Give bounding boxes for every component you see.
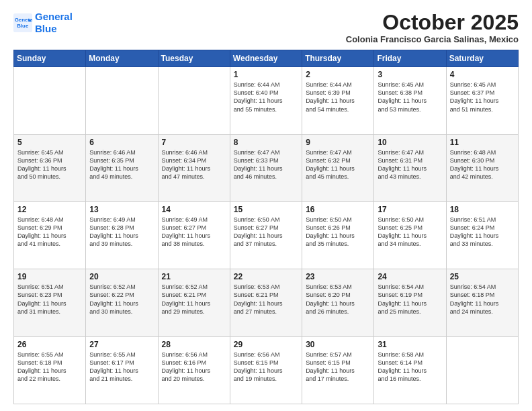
table-row: 19Sunrise: 6:51 AM Sunset: 6:23 PM Dayli… [14,269,86,336]
calendar-table: Sunday Monday Tuesday Wednesday Thursday… [13,50,519,404]
calendar-week-row: 26Sunrise: 6:55 AM Sunset: 6:18 PM Dayli… [14,336,519,404]
day-info: Sunrise: 6:54 AM Sunset: 6:18 PM Dayligh… [450,283,515,316]
day-number: 15 [234,205,298,214]
table-row: 29Sunrise: 6:56 AM Sunset: 6:15 PM Dayli… [230,336,302,404]
day-number: 7 [162,138,226,147]
col-thursday: Thursday [302,50,374,67]
table-row: 20Sunrise: 6:52 AM Sunset: 6:22 PM Dayli… [86,269,158,336]
table-row: 3Sunrise: 6:45 AM Sunset: 6:38 PM Daylig… [374,67,446,134]
day-number: 23 [306,272,370,281]
table-row: 15Sunrise: 6:50 AM Sunset: 6:27 PM Dayli… [230,201,302,269]
day-info: Sunrise: 6:54 AM Sunset: 6:19 PM Dayligh… [378,283,442,316]
calendar-header-row: Sunday Monday Tuesday Wednesday Thursday… [14,50,519,67]
logo-icon: General Blue [13,13,32,32]
table-row: 28Sunrise: 6:56 AM Sunset: 6:16 PM Dayli… [158,336,230,404]
day-number: 1 [234,70,298,79]
day-number: 29 [234,340,298,349]
table-row: 24Sunrise: 6:54 AM Sunset: 6:19 PM Dayli… [374,269,446,336]
table-row: 25Sunrise: 6:54 AM Sunset: 6:18 PM Dayli… [446,269,518,336]
day-info: Sunrise: 6:46 AM Sunset: 6:35 PM Dayligh… [89,148,154,181]
table-row: 27Sunrise: 6:55 AM Sunset: 6:17 PM Dayli… [86,336,158,404]
table-row: 10Sunrise: 6:47 AM Sunset: 6:31 PM Dayli… [374,134,446,201]
day-info: Sunrise: 6:51 AM Sunset: 6:24 PM Dayligh… [450,216,515,248]
day-info: Sunrise: 6:47 AM Sunset: 6:31 PM Dayligh… [378,148,442,181]
day-number: 16 [306,205,370,214]
day-info: Sunrise: 6:53 AM Sunset: 6:21 PM Dayligh… [234,283,298,316]
day-number: 9 [306,138,370,147]
table-row: 30Sunrise: 6:57 AM Sunset: 6:15 PM Dayli… [302,336,374,404]
day-number: 2 [306,70,370,79]
day-number: 10 [378,138,442,147]
calendar-week-row: 1Sunrise: 6:44 AM Sunset: 6:40 PM Daylig… [14,67,519,134]
day-info: Sunrise: 6:51 AM Sunset: 6:23 PM Dayligh… [17,283,82,316]
table-row: 12Sunrise: 6:48 AM Sunset: 6:29 PM Dayli… [14,201,86,269]
day-info: Sunrise: 6:46 AM Sunset: 6:34 PM Dayligh… [162,148,226,181]
day-info: Sunrise: 6:58 AM Sunset: 6:14 PM Dayligh… [378,351,442,383]
col-sunday: Sunday [14,50,86,67]
day-info: Sunrise: 6:50 AM Sunset: 6:26 PM Dayligh… [306,216,370,248]
table-row: 31Sunrise: 6:58 AM Sunset: 6:14 PM Dayli… [374,336,446,404]
day-number: 20 [89,272,154,281]
day-number: 28 [162,340,226,349]
day-info: Sunrise: 6:48 AM Sunset: 6:29 PM Dayligh… [17,216,82,248]
table-row: 6Sunrise: 6:46 AM Sunset: 6:35 PM Daylig… [86,134,158,201]
day-number: 26 [17,340,82,349]
table-row: 11Sunrise: 6:48 AM Sunset: 6:30 PM Dayli… [446,134,518,201]
calendar-week-row: 5Sunrise: 6:45 AM Sunset: 6:36 PM Daylig… [14,134,519,201]
table-row [86,67,158,134]
day-info: Sunrise: 6:49 AM Sunset: 6:28 PM Dayligh… [89,216,154,248]
day-info: Sunrise: 6:49 AM Sunset: 6:27 PM Dayligh… [162,216,226,248]
table-row: 14Sunrise: 6:49 AM Sunset: 6:27 PM Dayli… [158,201,230,269]
col-friday: Friday [374,50,446,67]
day-number: 5 [17,138,82,147]
day-info: Sunrise: 6:47 AM Sunset: 6:33 PM Dayligh… [234,148,298,181]
table-row: 18Sunrise: 6:51 AM Sunset: 6:24 PM Dayli… [446,201,518,269]
header: General Blue General Blue October 2025 C… [13,11,519,44]
col-tuesday: Tuesday [158,50,230,67]
logo-line2: Blue [35,23,57,34]
day-number: 8 [234,138,298,147]
table-row: 8Sunrise: 6:47 AM Sunset: 6:33 PM Daylig… [230,134,302,201]
logo: General Blue General Blue [13,11,73,35]
day-info: Sunrise: 6:55 AM Sunset: 6:17 PM Dayligh… [89,351,154,383]
day-info: Sunrise: 6:50 AM Sunset: 6:27 PM Dayligh… [234,216,298,248]
page: General Blue General Blue October 2025 C… [0,0,532,411]
day-number: 6 [89,138,154,147]
logo-line1: General [35,11,73,22]
day-number: 17 [378,205,442,214]
table-row: 22Sunrise: 6:53 AM Sunset: 6:21 PM Dayli… [230,269,302,336]
day-info: Sunrise: 6:44 AM Sunset: 6:39 PM Dayligh… [306,81,370,113]
day-number: 21 [162,272,226,281]
month-title: October 2025 [346,11,519,34]
table-row: 5Sunrise: 6:45 AM Sunset: 6:36 PM Daylig… [14,134,86,201]
day-info: Sunrise: 6:50 AM Sunset: 6:25 PM Dayligh… [378,216,442,248]
calendar-week-row: 12Sunrise: 6:48 AM Sunset: 6:29 PM Dayli… [14,201,519,269]
day-info: Sunrise: 6:55 AM Sunset: 6:18 PM Dayligh… [17,351,82,383]
day-info: Sunrise: 6:44 AM Sunset: 6:40 PM Dayligh… [234,81,298,113]
day-info: Sunrise: 6:52 AM Sunset: 6:22 PM Dayligh… [89,283,154,316]
table-row [14,67,86,134]
table-row: 16Sunrise: 6:50 AM Sunset: 6:26 PM Dayli… [302,201,374,269]
table-row: 2Sunrise: 6:44 AM Sunset: 6:39 PM Daylig… [302,67,374,134]
table-row: 17Sunrise: 6:50 AM Sunset: 6:25 PM Dayli… [374,201,446,269]
day-number: 4 [450,70,515,79]
day-info: Sunrise: 6:56 AM Sunset: 6:15 PM Dayligh… [234,351,298,383]
day-number: 19 [17,272,82,281]
day-number: 25 [450,272,515,281]
day-number: 12 [17,205,82,214]
col-wednesday: Wednesday [230,50,302,67]
day-number: 13 [89,205,154,214]
title-block: October 2025 Colonia Francisco Garcia Sa… [346,11,519,44]
table-row: 21Sunrise: 6:52 AM Sunset: 6:21 PM Dayli… [158,269,230,336]
day-info: Sunrise: 6:52 AM Sunset: 6:21 PM Dayligh… [162,283,226,316]
table-row: 1Sunrise: 6:44 AM Sunset: 6:40 PM Daylig… [230,67,302,134]
day-number: 18 [450,205,515,214]
logo-text: General Blue [35,11,73,35]
calendar-week-row: 19Sunrise: 6:51 AM Sunset: 6:23 PM Dayli… [14,269,519,336]
table-row: 26Sunrise: 6:55 AM Sunset: 6:18 PM Dayli… [14,336,86,404]
table-row: 13Sunrise: 6:49 AM Sunset: 6:28 PM Dayli… [86,201,158,269]
day-info: Sunrise: 6:45 AM Sunset: 6:38 PM Dayligh… [378,81,442,113]
day-number: 3 [378,70,442,79]
day-number: 11 [450,138,515,147]
day-info: Sunrise: 6:48 AM Sunset: 6:30 PM Dayligh… [450,148,515,181]
